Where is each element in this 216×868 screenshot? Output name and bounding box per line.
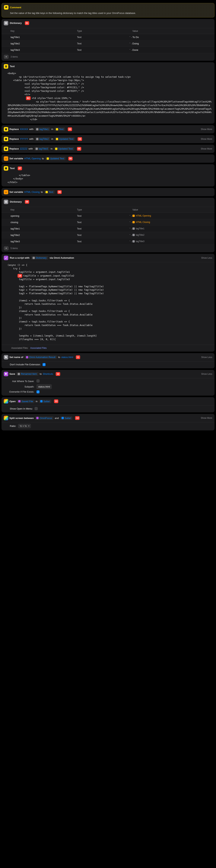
show-less-button[interactable]: Show Less bbox=[201, 356, 212, 359]
cell-key[interactable]: tagTitle2 bbox=[10, 42, 77, 45]
input-token[interactable]: Omni Automation Result bbox=[25, 355, 57, 359]
source-token[interactable]: Updated Text bbox=[54, 147, 74, 151]
associated-files-value[interactable]: Associated Files bbox=[30, 347, 47, 349]
add-row-button[interactable]: ＋ bbox=[4, 55, 9, 59]
text-pill-icon bbox=[47, 157, 49, 160]
cell-type[interactable]: Text⌃⌄ bbox=[77, 221, 132, 224]
text-body[interactable]: </table> </body> </html> bbox=[1, 173, 215, 186]
input-token[interactable]: Saved File bbox=[17, 400, 34, 403]
grid-icon bbox=[4, 416, 8, 420]
table-row[interactable]: closing Text⌃⌄ HTML Closing bbox=[1, 219, 215, 225]
input-token[interactable]: Renamed Item bbox=[16, 372, 38, 376]
table-row[interactable]: opening Text⌃⌄ HTML Opening bbox=[1, 213, 215, 219]
chevron-updown-icon: ⌃⌄ bbox=[129, 36, 132, 38]
table-row[interactable]: tagTitle3 Text⌃⌄ tagTitle3 bbox=[1, 238, 215, 245]
find-text[interactable]: XXXXX bbox=[20, 128, 28, 130]
script-input-token[interactable]: Dictionary bbox=[31, 256, 48, 259]
cell-key[interactable]: tagTitle3 bbox=[10, 49, 77, 51]
row-count: 3 items bbox=[10, 56, 18, 58]
source-token[interactable]: Updated Text bbox=[54, 137, 75, 141]
col-type: Type bbox=[77, 209, 132, 211]
cell-type[interactable]: Text⌃⌄ bbox=[77, 240, 132, 243]
cell-value[interactable]: HTML Opening bbox=[132, 214, 210, 217]
action-label: Split screen between bbox=[9, 417, 34, 420]
dictionary-icon bbox=[4, 199, 8, 204]
replacement-token[interactable]: tagTitle2 bbox=[35, 137, 50, 141]
cell-key[interactable]: tagTitle3 bbox=[10, 240, 77, 243]
ext-checkbox[interactable]: ✓ bbox=[42, 363, 45, 366]
cell-value[interactable]: To Do bbox=[132, 36, 210, 38]
subpath-label: Subpath: bbox=[4, 385, 34, 388]
add-row-button[interactable]: ＋ bbox=[4, 246, 9, 250]
show-more-button[interactable]: Show More bbox=[201, 138, 212, 140]
cell-key[interactable]: closing bbox=[10, 221, 77, 224]
dictionary-block-1: Dictionary 01 Key Type Value tagTitle1 T… bbox=[1, 19, 215, 61]
source-token[interactable]: Updated Text bbox=[45, 157, 66, 160]
cell-value[interactable]: Done bbox=[132, 49, 210, 51]
text-block-2: Text 07 </table> </body> </html> bbox=[1, 164, 215, 186]
svg-rect-11 bbox=[5, 201, 7, 201]
overwrite-checkbox[interactable]: ✓ bbox=[36, 390, 39, 393]
cell-type[interactable]: Text⌃⌄ bbox=[77, 214, 132, 217]
step-badge: 05 bbox=[77, 147, 81, 151]
app-token[interactable]: Safari bbox=[39, 400, 51, 403]
name-value[interactable]: status.html bbox=[61, 356, 73, 359]
script-body[interactable]: (async () => { try { tag1Title = argumen… bbox=[1, 262, 215, 343]
menu-checkbox[interactable] bbox=[35, 407, 38, 410]
action-label: Open bbox=[9, 400, 16, 403]
dictionary-title: Dictionary bbox=[10, 200, 22, 203]
variable-name[interactable]: HTML Opening bbox=[24, 157, 41, 160]
app2-token[interactable]: Safari bbox=[60, 416, 73, 420]
cell-key[interactable]: tagTitle1 bbox=[10, 227, 77, 230]
text-title: Text bbox=[10, 167, 15, 170]
show-more-button[interactable]: Show More bbox=[201, 417, 212, 419]
cell-type[interactable]: Text⌃⌄ bbox=[77, 227, 132, 230]
svg-rect-18 bbox=[5, 402, 6, 402]
app1-token[interactable]: OmniFocus bbox=[35, 416, 54, 420]
table-row[interactable]: tagTitle2 Text⌃⌄ tagTitle2 bbox=[1, 232, 215, 238]
cell-type[interactable]: Text⌃⌄ bbox=[77, 36, 132, 38]
cell-type[interactable]: Text⌃⌄ bbox=[77, 234, 132, 237]
table-row[interactable]: tagTitle1 Text⌃⌄ To Do bbox=[1, 34, 215, 40]
find-text[interactable]: YYYYY bbox=[20, 137, 28, 140]
text-body[interactable]: <body> <p id="instructions">TAP|CLICK co… bbox=[1, 70, 215, 124]
variable-name[interactable]: HTML Closing bbox=[24, 191, 40, 193]
source-token[interactable]: Text bbox=[44, 190, 55, 194]
destination[interactable]: Shortcuts bbox=[43, 372, 53, 375]
cell-value[interactable]: HTML Closing bbox=[132, 221, 210, 223]
replacement-token[interactable]: tagTitle3 bbox=[34, 147, 50, 151]
show-less-button[interactable]: Show Less bbox=[201, 257, 212, 259]
show-more-button[interactable]: Show More bbox=[201, 128, 212, 130]
cell-value[interactable]: tagTitle1 bbox=[132, 227, 210, 230]
show-less-button[interactable]: Show Less bbox=[201, 373, 212, 375]
cell-key[interactable]: tagTitle2 bbox=[10, 234, 77, 237]
cell-key[interactable]: opening bbox=[10, 214, 77, 217]
action-label: Set variable bbox=[9, 191, 23, 193]
svg-rect-15 bbox=[5, 373, 7, 375]
cell-key[interactable]: tagTitle1 bbox=[10, 36, 77, 38]
var-pill-icon bbox=[132, 234, 135, 236]
cell-value[interactable]: tagTitle2 bbox=[132, 234, 210, 236]
step-badge: 07 bbox=[18, 166, 22, 170]
table-row[interactable]: tagTitle3 Text⌃⌄ Done bbox=[1, 47, 215, 53]
ask-checkbox[interactable] bbox=[36, 379, 39, 382]
find-text[interactable]: ZZZZZ bbox=[20, 147, 28, 150]
cell-value[interactable]: Doing bbox=[132, 42, 210, 45]
var-pill-icon bbox=[132, 227, 135, 230]
replacement-token[interactable]: tagTitle1 bbox=[35, 127, 50, 131]
cell-value[interactable]: tagTitle3 bbox=[132, 240, 210, 243]
table-row[interactable]: tagTitle2 Text⌃⌄ Doing bbox=[1, 40, 215, 47]
svg-rect-0 bbox=[5, 22, 7, 23]
word-to: to bbox=[40, 372, 42, 375]
cell-type[interactable]: Text⌃⌄ bbox=[77, 42, 132, 45]
table-row[interactable]: tagTitle1 Text⌃⌄ tagTitle1 bbox=[1, 225, 215, 232]
replace-icon bbox=[4, 127, 8, 131]
ratio-select[interactable]: ½ + ½ bbox=[18, 424, 31, 428]
cell-type[interactable]: Text⌃⌄ bbox=[77, 49, 132, 51]
show-more-button[interactable]: Show More bbox=[201, 148, 212, 150]
variable-icon: x bbox=[4, 190, 8, 194]
step-badge: 14 bbox=[75, 416, 80, 420]
source-token[interactable]: Text bbox=[54, 127, 65, 131]
subpath-input[interactable]: status.html bbox=[36, 384, 52, 389]
word-with: with bbox=[29, 147, 33, 150]
